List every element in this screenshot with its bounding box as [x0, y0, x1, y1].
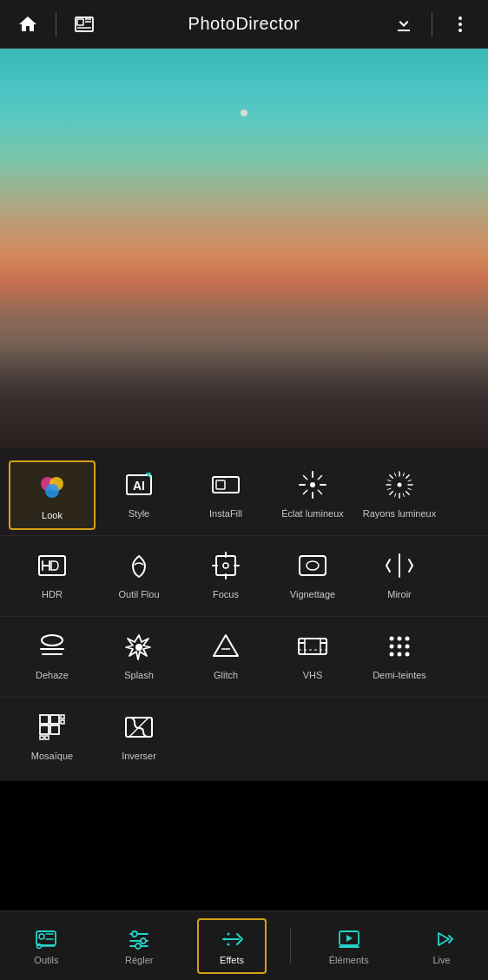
photo-moon [241, 109, 247, 116]
svg-point-66 [390, 645, 394, 649]
svg-point-94 [228, 932, 230, 935]
svg-point-48 [223, 563, 228, 568]
svg-rect-49 [300, 556, 326, 575]
hdr-icon [35, 548, 69, 583]
topbar: PhotoDirector [0, 0, 488, 49]
svg-line-40 [395, 493, 396, 497]
nav-live[interactable]: Live [407, 920, 477, 972]
look-label: Look [42, 509, 63, 521]
effect-hdr[interactable]: HDR [9, 541, 96, 611]
rayons-icon [382, 467, 417, 502]
svg-line-32 [406, 475, 410, 479]
download-button[interactable] [390, 10, 418, 38]
effect-vhs[interactable]: VHS [269, 622, 356, 692]
miroir-label: Miroir [387, 588, 412, 600]
instafill-label: InstaFill [209, 507, 242, 520]
effect-inverser[interactable]: Inverser [96, 703, 182, 772]
svg-point-82 [39, 934, 44, 939]
svg-line-30 [390, 475, 393, 479]
svg-rect-15 [216, 480, 225, 489]
svg-line-22 [318, 490, 321, 493]
svg-rect-58 [299, 639, 326, 654]
focus-label: Focus [213, 588, 239, 600]
effect-eclat[interactable]: Éclat lumineux [269, 460, 356, 530]
svg-rect-73 [50, 715, 59, 724]
effects-row-4: Mosaïque Inverser [0, 698, 488, 778]
svg-line-39 [408, 488, 412, 489]
vhs-label: VHS [303, 669, 323, 681]
inverser-icon [122, 710, 156, 745]
svg-point-71 [406, 652, 410, 657]
nav-regler[interactable]: Régler [104, 920, 174, 972]
svg-line-34 [395, 473, 396, 477]
photo-preview [0, 49, 488, 448]
effects-row-1: Look AI Style InstaFill [0, 455, 488, 536]
more-menu-button[interactable] [446, 10, 474, 38]
hdr-label: HDR [42, 588, 63, 600]
svg-point-55 [135, 644, 142, 651]
home-button[interactable] [14, 10, 42, 38]
svg-point-10 [45, 484, 59, 498]
gallery-button[interactable] [70, 10, 98, 38]
svg-point-68 [406, 645, 410, 649]
svg-point-92 [135, 944, 141, 949]
effect-mosaique[interactable]: Mosaïque [9, 703, 96, 772]
effect-miroir[interactable]: Miroir [356, 541, 443, 611]
outil-flou-icon [122, 548, 156, 583]
svg-line-36 [388, 480, 392, 481]
effect-style[interactable]: AI Style [96, 460, 182, 530]
svg-rect-79 [45, 736, 49, 739]
svg-line-35 [403, 473, 404, 477]
svg-line-23 [318, 476, 321, 480]
nav-elements[interactable]: Éléments [314, 920, 384, 972]
topbar-divider-right [432, 12, 432, 36]
effect-vignettage[interactable]: Vignettage [269, 541, 356, 611]
svg-point-50 [307, 561, 319, 570]
svg-rect-72 [40, 715, 49, 724]
svg-point-88 [132, 931, 137, 937]
bottom-nav: Outils Régler Effets [0, 910, 488, 980]
svg-line-31 [406, 492, 410, 495]
effect-dehaze[interactable]: Dehaze [9, 622, 96, 692]
effect-rayons[interactable]: Rayons lumineux [356, 460, 443, 530]
svg-rect-61 [305, 639, 320, 654]
rayons-label: Rayons lumineux [363, 507, 436, 520]
effets-icon [220, 927, 244, 951]
vignettage-label: Vignettage [290, 588, 335, 600]
elements-icon [337, 927, 361, 951]
dehaze-icon [35, 629, 69, 664]
instafill-icon [208, 467, 243, 502]
effect-splash[interactable]: Splash [96, 622, 182, 692]
svg-marker-98 [346, 935, 353, 942]
svg-rect-77 [61, 720, 64, 724]
svg-point-69 [390, 652, 394, 657]
nav-outils[interactable]: Outils [11, 920, 81, 972]
svg-point-6 [458, 23, 462, 26]
effect-demi-teintes[interactable]: Demi-teintes [356, 622, 443, 692]
app-title: PhotoDirector [188, 14, 300, 34]
effect-glitch[interactable]: Glitch [182, 622, 269, 692]
effect-look[interactable]: Look [9, 460, 96, 530]
effect-focus[interactable]: Focus [182, 541, 269, 611]
svg-point-95 [224, 937, 227, 940]
effect-outil-flou[interactable]: Outil Flou [96, 541, 182, 611]
topbar-divider-left [56, 12, 56, 36]
focus-icon [208, 548, 243, 583]
svg-point-67 [398, 645, 402, 649]
svg-marker-56 [214, 635, 238, 656]
eclat-label: Éclat lumineux [281, 507, 344, 520]
effects-row-3: Dehaze Splash Glitch [0, 617, 488, 698]
svg-point-25 [398, 483, 402, 487]
svg-line-37 [388, 488, 392, 489]
photo-sand [0, 396, 488, 448]
svg-point-7 [458, 29, 462, 32]
svg-point-96 [228, 943, 230, 945]
style-label: Style [129, 507, 149, 520]
demi-teintes-label: Demi-teintes [373, 669, 426, 681]
nav-effets[interactable]: Effets [197, 918, 267, 974]
svg-text:AI: AI [133, 479, 145, 493]
outils-icon [34, 927, 58, 951]
svg-rect-1 [77, 19, 83, 25]
effect-instafill[interactable]: InstaFill [182, 460, 269, 530]
svg-rect-43 [216, 556, 235, 575]
